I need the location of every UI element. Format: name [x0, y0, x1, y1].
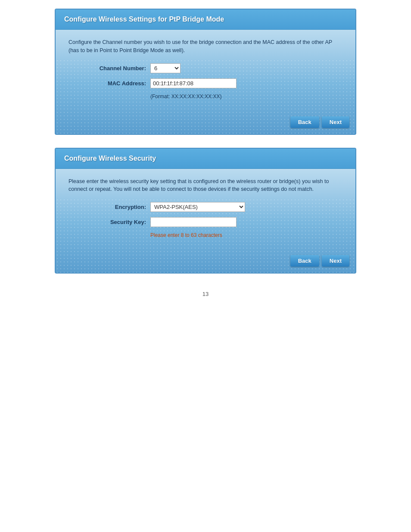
panel2-description: Please enter the wireless security key s… [68, 177, 342, 194]
encryption-select[interactable]: None WEP WPA-PSK(TKIP) WPA2-PSK(AES) WPA… [150, 202, 245, 212]
security-key-input[interactable] [150, 217, 237, 227]
security-key-group: Security Key: [68, 217, 342, 227]
channel-number-label: Channel Number: [68, 65, 146, 72]
page-wrapper: Configure Wireless Settings for PtP Brid… [0, 9, 411, 297]
panel2-back-button[interactable]: Back [290, 255, 319, 267]
mac-format-hint: (Format: XX:XX:XX:XX:XX:XX) [150, 93, 342, 100]
panel2-footer: Back Next [290, 255, 349, 267]
mac-address-label: MAC Address: [68, 80, 146, 87]
channel-number-select[interactable]: 6 1 2 3 4 5 7 8 9 10 11 [150, 63, 181, 73]
panel1-description: Configure the Channel number you wish to… [68, 38, 342, 55]
panel-wireless-security: Configure Wireless Security Please enter… [55, 148, 356, 274]
panel2-title: Configure Wireless Security [64, 155, 347, 162]
security-key-hint: Please enter 8 to 63 characters [150, 232, 342, 238]
encryption-group: Encryption: None WEP WPA-PSK(TKIP) WPA2-… [68, 202, 342, 212]
panel2-header: Configure Wireless Security [56, 149, 355, 169]
panel2-next-button[interactable]: Next [322, 255, 349, 267]
panel-ptp-bridge: Configure Wireless Settings for PtP Brid… [55, 9, 356, 135]
panel1-next-button[interactable]: Next [322, 116, 349, 128]
panel1-footer: Back Next [290, 116, 349, 128]
encryption-label: Encryption: [68, 204, 146, 210]
mac-address-input[interactable] [150, 78, 237, 88]
panel1-back-button[interactable]: Back [290, 116, 319, 128]
panel1-header: Configure Wireless Settings for PtP Brid… [56, 9, 355, 30]
page-number: 13 [202, 291, 209, 297]
panel1-title: Configure Wireless Settings for PtP Brid… [64, 16, 347, 23]
mac-address-group: MAC Address: [68, 78, 342, 88]
channel-number-group: Channel Number: 6 1 2 3 4 5 7 8 9 10 11 [68, 63, 342, 73]
security-key-label: Security Key: [68, 219, 146, 225]
